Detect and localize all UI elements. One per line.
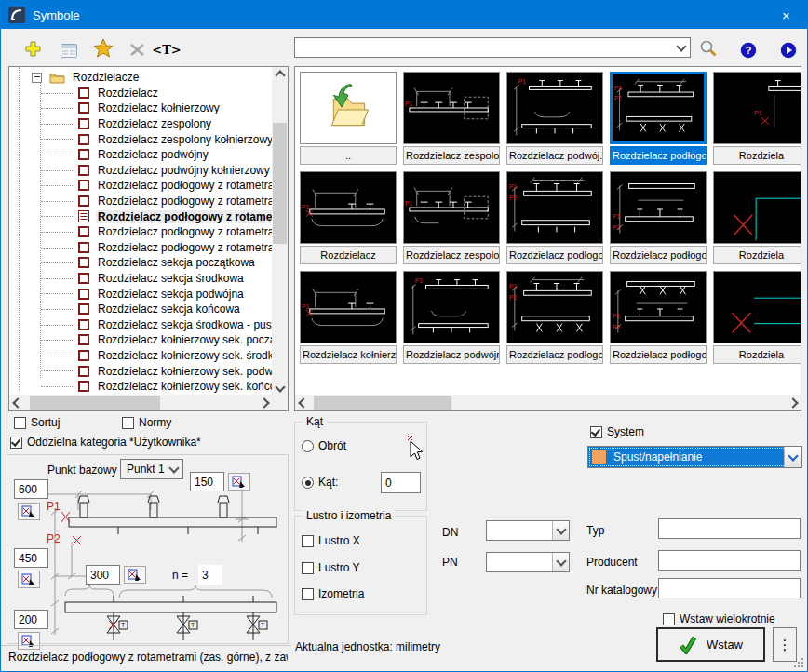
- scrollbar-thumb[interactable]: [273, 123, 287, 244]
- tile[interactable]: P1 Rozdzielacz zespolo...: [403, 171, 500, 264]
- pick-450-button[interactable]: [18, 571, 40, 588]
- properties-button[interactable]: [56, 38, 82, 62]
- delete-button[interactable]: [124, 37, 150, 61]
- tree-item[interactable]: Rozdzielacz kołnierzowy sek. końcowa: [9, 379, 272, 395]
- pn-select[interactable]: [486, 552, 570, 572]
- dn-dropdown-button[interactable]: [552, 521, 569, 540]
- scrollbar-thumb[interactable]: [30, 396, 160, 410]
- search-button[interactable]: [695, 36, 721, 60]
- collapse-icon[interactable]: [32, 73, 42, 83]
- tree-item-selected[interactable]: Rozdzielacz podłogowy z rotametra: [9, 208, 272, 224]
- tree-item[interactable]: Rozdzielacz podwójny: [9, 147, 272, 163]
- tile[interactable]: P1 Rozdzielacz: [300, 171, 397, 264]
- tile[interactable]: P1P2 Rozdzielacz podłogo...: [610, 271, 707, 364]
- resize-grip[interactable]: [793, 657, 804, 668]
- tile[interactable]: P1P2 Rozdzielacz podłogo...: [506, 271, 603, 364]
- text-symbol-button[interactable]: <T>: [154, 37, 180, 61]
- tile[interactable]: P1 Rozdzielacz podwójny: [403, 271, 500, 364]
- tree-item[interactable]: Rozdzielacz sekcja podwójna: [9, 286, 272, 302]
- tree-item[interactable]: Rozdzielacz: [9, 86, 272, 101]
- add-symbol-button[interactable]: [20, 36, 46, 60]
- tree-item[interactable]: Rozdzielacz kołnierzowy sek. początkowa: [9, 332, 272, 348]
- oddzielna-kategoria-checkbox[interactable]: [10, 437, 22, 449]
- scroll-right-arrow[interactable]: [256, 395, 272, 410]
- wstaw-button[interactable]: Wstaw: [656, 627, 765, 662]
- tree-item[interactable]: Rozdzielacz sekcja środkowa: [9, 271, 272, 287]
- dim-600-input[interactable]: [14, 479, 48, 499]
- system-checkbox[interactable]: [590, 426, 602, 438]
- plus-icon: [24, 40, 42, 58]
- search-dropdown-chevron-icon[interactable]: [676, 41, 686, 51]
- scroll-down-arrow[interactable]: [272, 379, 288, 395]
- system-dropdown-button[interactable]: [784, 447, 801, 467]
- nr-katalogowy-input[interactable]: [658, 578, 801, 598]
- close-button[interactable]: ×: [765, 1, 807, 29]
- tile[interactable]: Rozdziela: [713, 271, 801, 364]
- tree-item-label: Rozdzielacz podwójny kołnierzowy: [96, 164, 272, 177]
- help-button[interactable]: ?: [735, 38, 761, 62]
- pick-point-icon: [21, 505, 36, 517]
- tree-horizontal-scrollbar[interactable]: [9, 395, 272, 410]
- pn-dropdown-button[interactable]: [552, 553, 569, 571]
- grid-horizontal-scrollbar[interactable]: [295, 395, 801, 410]
- kat-value-input[interactable]: [381, 472, 421, 493]
- tree-node-rozdzielacze[interactable]: Rozdzielacze: [9, 70, 272, 86]
- lustro-x-checkbox[interactable]: [302, 535, 314, 547]
- tile[interactable]: P1 Rozdzielacz kołnierz...: [300, 271, 397, 364]
- folder-icon: [49, 72, 65, 84]
- scroll-right-arrow[interactable]: [785, 395, 801, 410]
- search-input[interactable]: [295, 38, 672, 57]
- lustro-y-checkbox[interactable]: [302, 562, 314, 574]
- wstaw-wielokrotnie-checkbox[interactable]: [663, 613, 675, 625]
- tree-item[interactable]: Rozdzielacz zespolony: [9, 116, 272, 132]
- dim-300-input[interactable]: [86, 565, 120, 585]
- dim-450-input[interactable]: [14, 548, 48, 568]
- tree-item[interactable]: Rozdzielacz zespolony kołnierzowy: [9, 131, 272, 147]
- tree-item[interactable]: Rozdzielacz podłogowy z rotametrami (zas: [9, 178, 272, 194]
- scrollbar-thumb[interactable]: [314, 396, 451, 410]
- normy-checkbox[interactable]: [122, 417, 134, 429]
- producent-input[interactable]: [658, 550, 801, 571]
- tree-item[interactable]: Rozdzielacz sekcja końcowa: [9, 302, 272, 317]
- run-button[interactable]: [775, 38, 801, 62]
- tree-item[interactable]: Rozdzielacz kołnierzowy sek. podwójna: [9, 363, 272, 379]
- tile[interactable]: P1 Rozdzielacz zespolony: [403, 72, 500, 165]
- tree-item[interactable]: Rozdzielacz podłogowy z rotametrami (zas: [9, 194, 272, 209]
- pick-200-button[interactable]: [18, 632, 40, 650]
- tile[interactable]: P1P2 Rozdzielacz podłogo...: [610, 171, 707, 264]
- kat-radio[interactable]: [302, 477, 314, 489]
- n-count-input[interactable]: [198, 565, 222, 585]
- tree-vertical-scrollbar[interactable]: [272, 67, 288, 395]
- pick-300-button[interactable]: [124, 566, 146, 584]
- dn-select[interactable]: [486, 520, 570, 541]
- tile-folder-up[interactable]: ..: [300, 72, 397, 165]
- favorites-button[interactable]: [90, 35, 116, 60]
- tree-item[interactable]: Rozdzielacz kołnierzowy: [9, 101, 272, 116]
- scroll-left-arrow[interactable]: [9, 395, 25, 410]
- tree-item[interactable]: Rozdzielacz podłogowy z rotametrami (zas: [9, 224, 272, 240]
- tree-item[interactable]: Rozdzielacz kołnierzowy sek. środkowa: [9, 348, 272, 364]
- symbol-icon: [78, 350, 89, 361]
- tile[interactable]: Rozdziela: [713, 171, 801, 264]
- tile[interactable]: P1 Rozdzielacz podwój...: [506, 72, 603, 165]
- dim-150-input[interactable]: [190, 472, 224, 491]
- pick-600-button[interactable]: [18, 503, 40, 520]
- tree-item[interactable]: Rozdzielacz podłogowy z rotametrami (zas: [9, 240, 272, 256]
- scroll-up-arrow[interactable]: [272, 67, 288, 83]
- scroll-left-arrow[interactable]: [295, 395, 311, 410]
- system-select[interactable]: Spust/napełnianie: [587, 446, 802, 468]
- pick-150-button[interactable]: [228, 473, 250, 491]
- tree-item[interactable]: Rozdzielacz podwójny kołnierzowy: [9, 163, 272, 179]
- kat-label: Kąt:: [318, 476, 338, 489]
- tree-item[interactable]: Rozdzielacz sekcja początkowa: [9, 255, 272, 271]
- search-combobox[interactable]: [294, 37, 691, 58]
- tree-item[interactable]: Rozdzielacz sekcja środkowa - pusta: [9, 317, 272, 333]
- izometria-checkbox[interactable]: [302, 588, 314, 600]
- obrot-radio[interactable]: [302, 440, 314, 452]
- typ-input[interactable]: [658, 518, 801, 539]
- dim-200-input[interactable]: [14, 610, 48, 629]
- sortuj-checkbox[interactable]: [14, 417, 26, 429]
- tile[interactable]: P1P2 Rozdzielacz podłogo...: [506, 171, 603, 264]
- tile[interactable]: P1 Rozdziela: [713, 72, 801, 165]
- tile-selected[interactable]: P1P2 Rozdzielacz podłogo...: [610, 72, 707, 165]
